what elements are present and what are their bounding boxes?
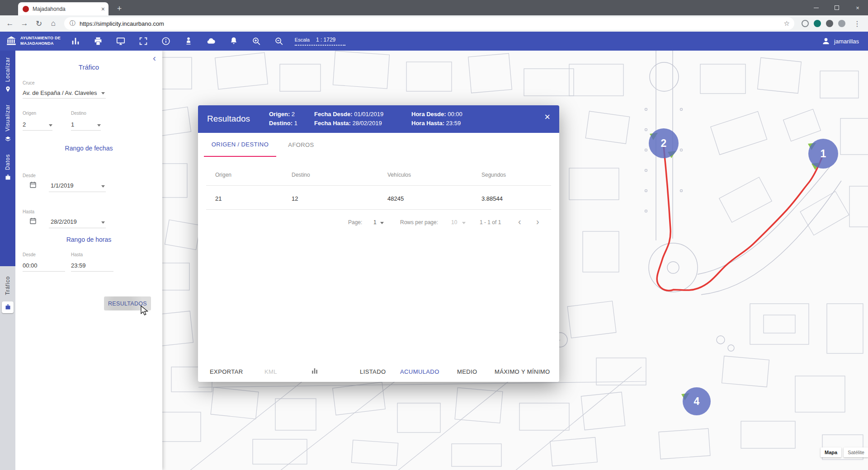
site-favicon-icon: [23, 6, 29, 12]
back-icon[interactable]: ←: [4, 17, 16, 30]
sidebar-item-datos[interactable]: Datos: [5, 154, 11, 181]
cloud-icon[interactable]: [206, 36, 216, 46]
chevron-down-icon[interactable]: [97, 124, 101, 127]
cell-vehiculos: 48245: [387, 195, 404, 202]
listado-button[interactable]: LISTADO: [360, 368, 386, 375]
new-tab-button[interactable]: +: [114, 3, 125, 14]
maximo-minimo-button[interactable]: MÁXIMO Y MÍNIMO: [495, 368, 550, 375]
info-icon[interactable]: [161, 36, 171, 46]
calendar-icon[interactable]: [29, 181, 37, 189]
chevron-down-icon[interactable]: [462, 222, 466, 224]
chevron-down-icon[interactable]: [49, 124, 52, 127]
monitor-icon[interactable]: [116, 36, 126, 46]
chevron-down-icon[interactable]: [101, 185, 105, 188]
acumulado-button[interactable]: ACUMULADO: [400, 368, 439, 375]
meta-origen: Origen: 2: [269, 111, 314, 118]
print-icon[interactable]: [93, 36, 103, 46]
panel-collapse-icon[interactable]: ‹: [153, 52, 156, 63]
home-icon[interactable]: ⌂: [47, 17, 60, 30]
hora-hasta-input[interactable]: 23:59: [71, 262, 86, 269]
hora-hasta-underline: [71, 271, 113, 272]
fecha-desde-select[interactable]: 1/1/2019: [51, 182, 74, 189]
rows-per-page-select[interactable]: 10: [451, 219, 457, 226]
map-layer-controls: Mapa Satélite: [821, 447, 868, 457]
browser-tab[interactable]: Majadahonda ×: [18, 2, 108, 15]
tab-origen-destino[interactable]: ORIGEN / DESTINO: [204, 133, 276, 157]
meta-hora-hasta: Hora Hasta: 23:59: [411, 120, 497, 127]
page-label: Page:: [348, 219, 362, 226]
hora-desde-input[interactable]: 00:00: [23, 262, 38, 269]
cruce-label: Cruce: [23, 80, 35, 85]
layers-icon: [5, 136, 11, 142]
sidebar-item-trafico[interactable]: Tráfico: [0, 266, 15, 313]
meta-label: Hora Hasta:: [411, 120, 444, 127]
meta-fecha-desde: Fecha Desde: 01/01/2019: [314, 111, 411, 118]
url-text[interactable]: https://simplicity.incaurbano.com: [80, 20, 780, 27]
window-restore-button[interactable]: [826, 0, 847, 15]
page-select[interactable]: 1: [373, 219, 377, 226]
majadahonda-logo: AYUNTAMIENTO DE MAJADAHONDA: [5, 35, 61, 47]
tab-title: Majadahonda: [33, 6, 98, 12]
page-next-icon[interactable]: ›: [536, 216, 539, 227]
tab-aforos[interactable]: AFOROS: [276, 133, 326, 157]
bookmark-star-icon[interactable]: ☆: [784, 19, 792, 28]
org-name: AYUNTAMIENTO DE MAJADAHONDA: [20, 36, 61, 46]
fecha-hasta-select[interactable]: 28/2/2019: [51, 218, 77, 225]
map-marker-1[interactable]: 1: [808, 139, 838, 169]
map-marker-2[interactable]: 2: [649, 128, 679, 158]
extension-icon[interactable]: [802, 20, 809, 27]
sidebar-item-visualizar[interactable]: Visualizar: [5, 104, 11, 142]
destino-label: Destino: [71, 111, 86, 116]
table-divider: [206, 209, 551, 210]
extension-icon[interactable]: [814, 20, 821, 27]
calendar-icon[interactable]: [29, 217, 37, 225]
notifications-icon[interactable]: [229, 36, 239, 46]
meta-label: Hora Desde:: [411, 111, 446, 118]
modal-close-icon[interactable]: ×: [544, 112, 550, 122]
window-minimize-button[interactable]: [806, 0, 826, 15]
header-toolbar: [71, 36, 284, 46]
modal-title: Resultados: [207, 114, 250, 124]
col-header-origen: Origen: [215, 172, 231, 178]
url-bar[interactable]: ⓘ https://simplicity.incaurbano.com ☆: [64, 17, 794, 30]
sidebar-item-localizar[interactable]: Localizar: [5, 57, 11, 93]
site-info-icon[interactable]: ⓘ: [70, 19, 75, 28]
route-line: [657, 146, 823, 291]
map-type-mapa-button[interactable]: Mapa: [821, 447, 841, 457]
map-type-satelite-button[interactable]: Satélite: [844, 447, 868, 457]
forward-icon[interactable]: →: [18, 17, 31, 30]
sidebar-item-label: Visualizar: [5, 104, 11, 132]
meta-label: Fecha Hasta:: [314, 120, 351, 127]
origen-select[interactable]: 2: [23, 121, 26, 128]
tab-close-icon[interactable]: ×: [101, 6, 105, 12]
browser-menu-icon[interactable]: ⋮: [850, 19, 864, 28]
side-nav: Localizar Visualizar Datos Tráfico: [0, 51, 15, 470]
briefcase-icon: [2, 301, 14, 313]
app-header: AYUNTAMIENTO DE MAJADAHONDA Escala 1 : 1…: [0, 32, 868, 51]
medio-button[interactable]: MEDIO: [457, 368, 477, 375]
window-close-button[interactable]: ×: [847, 0, 868, 15]
screen: 2 1 4 Mapa Satélite Localizar: [0, 0, 868, 470]
stats-icon[interactable]: [71, 36, 80, 46]
reload-icon[interactable]: ↻: [33, 17, 45, 30]
zoom-in-icon[interactable]: [251, 36, 261, 46]
exportar-button[interactable]: EXPORTAR: [210, 368, 243, 375]
chart-icon[interactable]: [310, 366, 319, 375]
chevron-down-icon[interactable]: [101, 221, 105, 224]
scale-indicator: Escala 1 : 1729: [295, 37, 345, 46]
fecha-hasta-label: Hasta: [23, 209, 34, 214]
street-view-icon[interactable]: [184, 36, 193, 46]
extension-icon[interactable]: [838, 20, 845, 27]
marker-2-label: 2: [661, 137, 667, 149]
chevron-down-icon[interactable]: [380, 222, 384, 224]
kml-button[interactable]: KML: [264, 368, 277, 375]
user-menu[interactable]: jamarillas: [821, 37, 863, 46]
zoom-out-icon[interactable]: [274, 36, 284, 46]
map-marker-4[interactable]: 4: [683, 387, 711, 415]
extension-icon[interactable]: [826, 20, 833, 27]
chevron-down-icon[interactable]: [101, 92, 105, 94]
cruce-select[interactable]: Av. de España / Av. Claveles: [23, 89, 97, 96]
page-prev-icon[interactable]: ‹: [518, 216, 521, 227]
fullscreen-icon[interactable]: [138, 36, 148, 46]
destino-select[interactable]: 1: [71, 121, 74, 128]
